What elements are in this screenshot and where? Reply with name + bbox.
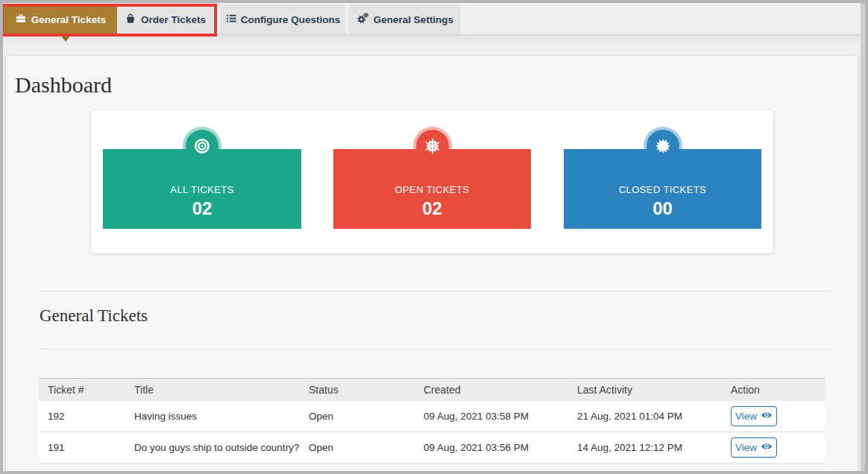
- tab-general-tickets[interactable]: General Tickets: [4, 4, 117, 35]
- briefcase-icon: [15, 13, 27, 27]
- stat-card-open-tickets: OPEN TICKETS 02: [333, 149, 531, 229]
- table-row: 192 Having issues Open 09 Aug, 2021 03:5…: [39, 401, 825, 432]
- cell-action: View: [722, 432, 825, 464]
- stat-label: CLOSED TICKETS: [564, 184, 761, 195]
- view-button-label: View: [735, 411, 757, 422]
- view-button[interactable]: View: [731, 406, 777, 426]
- table-row: 191 Do you guys ship to outside country?…: [39, 432, 825, 464]
- eye-icon: [761, 442, 773, 453]
- cell-last-activity: 21 Aug, 2021 01:04 PM: [568, 401, 722, 432]
- tabbar-shadow: [3, 35, 861, 44]
- stat-card-closed-tickets: CLOSED TICKETS 00: [564, 149, 761, 229]
- tab-order-tickets[interactable]: Order Tickets: [118, 4, 213, 34]
- list-icon: [225, 13, 236, 26]
- active-tab-caret-icon: [61, 36, 70, 42]
- tab-label: General Tickets: [31, 14, 106, 25]
- scrollbar[interactable]: [861, 3, 865, 471]
- cell-created: 09 Aug, 2021 03:58 PM: [415, 401, 568, 432]
- column-header-last-activity: Last Activity: [568, 379, 722, 401]
- tab-label: General Settings: [374, 14, 453, 25]
- stat-label: ALL TICKETS: [103, 184, 301, 195]
- stat-value: 00: [564, 198, 761, 219]
- tabbar-divider: [3, 34, 861, 35]
- page-title: Dashboard: [15, 72, 112, 98]
- tab-label: Order Tickets: [141, 14, 206, 25]
- section-title: General Tickets: [40, 306, 148, 326]
- badge-icon: [647, 130, 679, 162]
- view-button-label: View: [735, 442, 757, 453]
- cell-ticket-number: 191: [39, 432, 125, 464]
- tab-general-settings[interactable]: General Settings: [349, 4, 461, 34]
- main-panel: Dashboard ALL TICKETS 02: [6, 56, 858, 471]
- column-header-action: Action: [722, 379, 825, 401]
- cell-status: Open: [300, 432, 415, 464]
- column-header-ticket: Ticket #: [39, 379, 125, 401]
- table-header-row: Ticket # Title Status Created Last Activ…: [39, 379, 825, 401]
- column-header-status: Status: [300, 379, 415, 401]
- snowflake-icon: [416, 130, 449, 162]
- stat-value: 02: [333, 198, 531, 219]
- tab-configure-questions[interactable]: Configure Questions: [220, 4, 345, 34]
- target-icon: [186, 130, 218, 162]
- shopping-bag-icon: [125, 13, 136, 27]
- tickets-table: Ticket # Title Status Created Last Activ…: [39, 378, 825, 464]
- section-divider-bottom: [39, 349, 828, 350]
- cell-created: 09 Aug, 2021 03:56 PM: [415, 432, 568, 464]
- cell-last-activity: 14 Aug, 2021 12:12 PM: [568, 432, 722, 464]
- stat-label: OPEN TICKETS: [333, 184, 531, 195]
- section-divider-top: [39, 291, 828, 291]
- eye-icon: [761, 411, 773, 422]
- cell-title: Having issues: [125, 401, 300, 432]
- view-button[interactable]: View: [731, 437, 777, 458]
- cell-title: Do you guys ship to outside country?: [125, 432, 300, 464]
- cogs-icon: [356, 12, 369, 27]
- cell-ticket-number: 192: [39, 401, 125, 432]
- column-header-title: Title: [125, 379, 300, 401]
- cell-status: Open: [300, 401, 415, 432]
- stat-card-all-tickets: ALL TICKETS 02: [103, 149, 301, 229]
- stats-card-panel: ALL TICKETS 02 OPEN TICKETS 02: [91, 110, 773, 253]
- tab-label: Configure Questions: [241, 14, 341, 25]
- column-header-created: Created: [415, 379, 568, 401]
- stat-value: 02: [103, 198, 301, 219]
- cell-action: View: [722, 401, 825, 432]
